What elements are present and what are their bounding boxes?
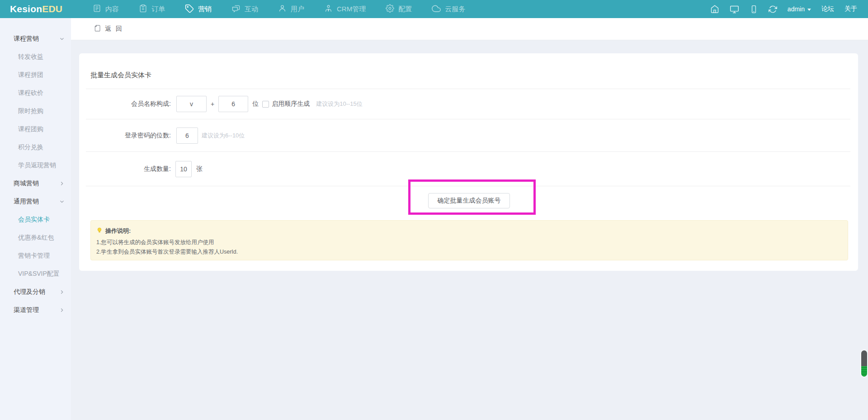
scroll-indicator-stripes <box>861 366 867 377</box>
nav-item-content[interactable]: 内容 <box>93 4 119 14</box>
main-menu: 内容 订单 营销 互动 用户 CRM管理 配置 云服务 <box>93 4 485 14</box>
sidebar-group-mall-marketing[interactable]: 商城营销 <box>0 175 71 193</box>
admin-username: admin <box>788 5 805 13</box>
sidebar-item-label: 优惠券&红包 <box>18 234 54 242</box>
sidebar-item-course-bargain[interactable]: 课程砍价 <box>0 84 71 102</box>
main-content: 批量生成会员实体卡 会员名称构成: + 位 启用顺序生成 建议设为10--15位… <box>71 40 868 420</box>
sidebar-item-label: 转发收益 <box>18 53 43 61</box>
password-hint: 建议设为6--10位 <box>202 132 245 140</box>
sidebar-item-label: 会员实体卡 <box>18 216 50 224</box>
name-hint: 建议设为10--15位 <box>316 100 363 108</box>
sidebar-item-label: 课程拼团 <box>18 71 43 79</box>
name-prefix-input[interactable] <box>176 96 207 112</box>
card-header: 批量生成会员实体卡 <box>79 53 858 89</box>
sidebar-item-marketing-card[interactable]: 营销卡管理 <box>0 247 71 265</box>
scroll-indicator-track <box>861 350 867 366</box>
name-digits-input[interactable] <box>218 96 248 112</box>
sidebar-group-channel-management[interactable]: 渠道管理 <box>0 301 71 319</box>
sidebar-item-member-card[interactable]: 会员实体卡 <box>0 211 71 229</box>
nav-item-settings[interactable]: 配置 <box>386 4 412 14</box>
sidebar-group-course-marketing[interactable]: 课程营销 <box>0 30 71 48</box>
back-label: 返 回 <box>105 25 123 33</box>
sidebar-item-flash-sale[interactable]: 限时抢购 <box>0 102 71 120</box>
nav-item-label: CRM管理 <box>337 5 366 14</box>
nav-item-label: 云服务 <box>445 5 465 14</box>
member-name-row: 会员名称构成: + 位 启用顺序生成 建议设为10--15位 <box>79 89 858 119</box>
monitor-icon[interactable] <box>730 5 739 14</box>
sidebar-item-label: 积分兑换 <box>18 143 43 151</box>
nav-item-cloud[interactable]: 云服务 <box>432 4 465 14</box>
sidebar-item-label: 课程砍价 <box>18 89 43 97</box>
page-title: 批量生成会员实体卡 <box>90 71 151 80</box>
admin-dropdown[interactable]: admin <box>788 5 811 13</box>
sidebar-item-course-group-buy[interactable]: 课程拼团 <box>0 66 71 84</box>
forum-link[interactable]: 论坛 <box>821 5 834 13</box>
home-icon[interactable] <box>710 5 719 14</box>
digits-unit: 位 <box>252 100 259 108</box>
nav-item-label: 内容 <box>105 5 119 14</box>
nav-item-label: 订单 <box>151 5 165 14</box>
note-line: 2.学生拿到会员实体账号首次登录需要输入推荐人UserId. <box>96 247 848 257</box>
back-icon <box>94 24 101 33</box>
bulb-icon <box>96 227 103 235</box>
nav-item-orders[interactable]: 订单 <box>139 4 165 14</box>
about-link[interactable]: 关于 <box>844 5 857 13</box>
quantity-unit: 张 <box>196 165 203 173</box>
chat-icon <box>231 4 241 14</box>
password-length-row: 登录密码的位数: 建议设为6--10位 <box>79 119 858 151</box>
mobile-icon[interactable] <box>750 5 758 14</box>
refresh-icon[interactable] <box>769 5 777 14</box>
sidebar-group-label: 代理及分销 <box>14 288 45 296</box>
instructions-note: 操作说明: 1.您可以将生成的会员实体账号发放给用户使用 2.学生拿到会员实体账… <box>90 220 848 260</box>
member-name-label: 会员名称构成: <box>79 100 171 108</box>
nav-item-label: 互动 <box>245 5 258 14</box>
person-tie-icon <box>324 4 333 14</box>
quantity-row: 生成数量: 张 <box>79 152 858 186</box>
nav-item-users[interactable]: 用户 <box>278 4 304 14</box>
tag-icon <box>185 4 194 14</box>
sidebar-item-label: VIP&SVIP配置 <box>18 270 60 278</box>
sequence-checkbox[interactable] <box>262 101 269 108</box>
document-icon <box>93 4 101 14</box>
back-button[interactable]: 返 回 <box>94 24 123 33</box>
app-logo[interactable]: KesionEDU <box>0 4 71 14</box>
sidebar-item-forward-revenue[interactable]: 转发收益 <box>0 48 71 66</box>
nav-item-label: 营销 <box>198 5 212 14</box>
nav-item-crm[interactable]: CRM管理 <box>324 4 366 14</box>
sidebar-item-student-cashback[interactable]: 学员返现营销 <box>0 156 71 175</box>
breadcrumb: 返 回 <box>71 18 868 40</box>
sidebar-group-agent-distribution[interactable]: 代理及分销 <box>0 283 71 301</box>
password-length-label: 登录密码的位数: <box>79 132 171 140</box>
chevron-down-icon <box>59 36 65 42</box>
sidebar-group-label: 课程营销 <box>14 35 39 43</box>
chevron-right-icon <box>59 180 65 187</box>
batch-generate-card: 批量生成会员实体卡 会员名称构成: + 位 启用顺序生成 建议设为10--15位… <box>79 53 858 271</box>
chevron-right-icon <box>59 307 65 313</box>
nav-item-interaction[interactable]: 互动 <box>231 4 258 14</box>
clipboard-icon <box>139 4 147 14</box>
sidebar-group-label: 通用营销 <box>14 198 39 206</box>
sidebar-group-label: 渠道管理 <box>14 306 39 314</box>
gear-icon <box>386 4 394 14</box>
scroll-indicator <box>861 350 867 377</box>
submit-zone: 确定批量生成会员账号 <box>79 186 858 222</box>
navbar-right: admin 论坛 关于 <box>710 0 857 18</box>
note-title: 操作说明: <box>105 227 131 235</box>
batch-generate-button[interactable]: 确定批量生成会员账号 <box>428 193 510 208</box>
sidebar-item-coupon-redpacket[interactable]: 优惠券&红包 <box>0 229 71 247</box>
password-length-input[interactable] <box>176 127 198 144</box>
chevron-down-icon <box>59 198 65 205</box>
quantity-input[interactable] <box>175 161 192 177</box>
sidebar-item-course-group-purchase[interactable]: 课程团购 <box>0 120 71 138</box>
sidebar-item-vip-config[interactable]: VIP&SVIP配置 <box>0 265 71 283</box>
nav-item-label: 用户 <box>291 5 304 14</box>
sidebar: 课程营销 转发收益 课程拼团 课程砍价 限时抢购 课程团购 积分兑换 学员返现营… <box>0 18 71 420</box>
chevron-right-icon <box>59 289 65 295</box>
sidebar-group-general-marketing[interactable]: 通用营销 <box>0 193 71 211</box>
top-navbar: KesionEDU 内容 订单 营销 互动 用户 CRM管理 配置 <box>0 0 868 18</box>
logo-primary: Kesion <box>10 4 42 14</box>
sidebar-item-label: 课程团购 <box>18 125 43 133</box>
sidebar-item-points-exchange[interactable]: 积分兑换 <box>0 138 71 156</box>
plus-sign: + <box>211 100 214 108</box>
nav-item-marketing[interactable]: 营销 <box>185 4 212 14</box>
